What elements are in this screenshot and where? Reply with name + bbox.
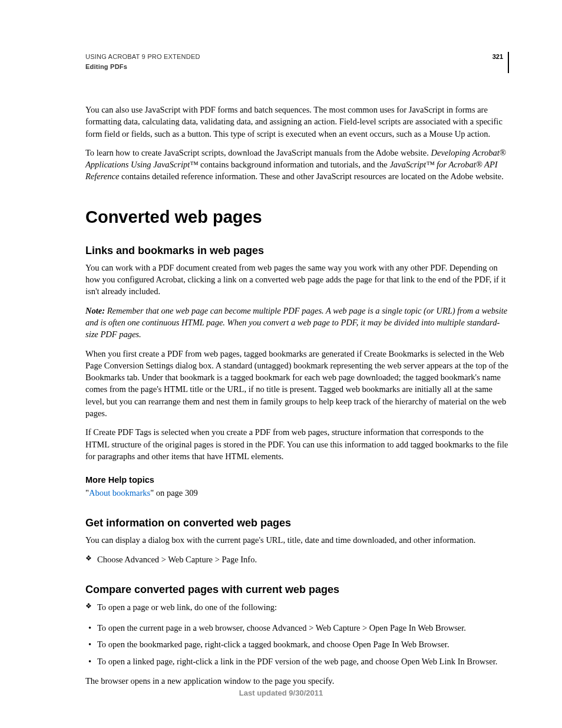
heading-2: Compare converted pages with current web…: [85, 584, 509, 596]
header-section: Editing PDFs: [85, 62, 200, 72]
paragraph: To learn how to create JavaScript script…: [85, 147, 509, 183]
text: contains detailed reference information.…: [119, 172, 503, 181]
heading-1: Converted web pages: [85, 207, 509, 227]
list-item: To open a linked page, right-click a lin…: [85, 655, 509, 668]
paragraph: The browser opens in a new application w…: [85, 675, 509, 687]
link-suffix: " on page 309: [150, 488, 197, 498]
page-number: 321: [492, 52, 509, 73]
paragraph: You can display a dialog box with the cu…: [85, 534, 509, 546]
paragraph: When you first create a PDF from web pag…: [85, 348, 509, 420]
list-item: To open the bookmarked page, right-click…: [85, 638, 509, 651]
footer-last-updated: Last updated 9/30/2011: [0, 689, 562, 697]
text: contains background information and tuto…: [198, 160, 389, 169]
heading-2: Links and bookmarks in web pages: [85, 245, 509, 257]
step-list: To open a page or web link, do one of th…: [85, 601, 509, 614]
note-label: Note:: [85, 306, 105, 315]
link-about-bookmarks[interactable]: About bookmarks: [89, 488, 150, 498]
note-body: Remember that one web page can become mu…: [85, 306, 507, 340]
step-list: Choose Advanced > Web Capture > Page Inf…: [85, 553, 509, 566]
heading-3: More Help topics: [85, 475, 509, 485]
paragraph: You can also use JavaScript with PDF for…: [85, 104, 509, 140]
header-left: USING ACROBAT 9 PRO EXTENDED Editing PDF…: [85, 52, 200, 71]
page-header: USING ACROBAT 9 PRO EXTENDED Editing PDF…: [85, 52, 509, 73]
note-paragraph: Note: Remember that one web page can bec…: [85, 305, 509, 341]
paragraph: You can work with a PDF document created…: [85, 262, 509, 298]
bullet-list: To open the current page in a web browse…: [85, 621, 509, 668]
list-item: Choose Advanced > Web Capture > Page Inf…: [85, 553, 509, 566]
text: To learn how to create JavaScript script…: [85, 148, 431, 157]
help-link-line: "About bookmarks" on page 309: [85, 487, 509, 499]
list-item: To open a page or web link, do one of th…: [85, 601, 509, 614]
paragraph: If Create PDF Tags is selected when you …: [85, 426, 509, 462]
body-content: You can also use JavaScript with PDF for…: [85, 104, 509, 687]
header-product: USING ACROBAT 9 PRO EXTENDED: [85, 52, 200, 62]
heading-2: Get information on converted web pages: [85, 517, 509, 529]
list-item: To open the current page in a web browse…: [85, 621, 509, 634]
